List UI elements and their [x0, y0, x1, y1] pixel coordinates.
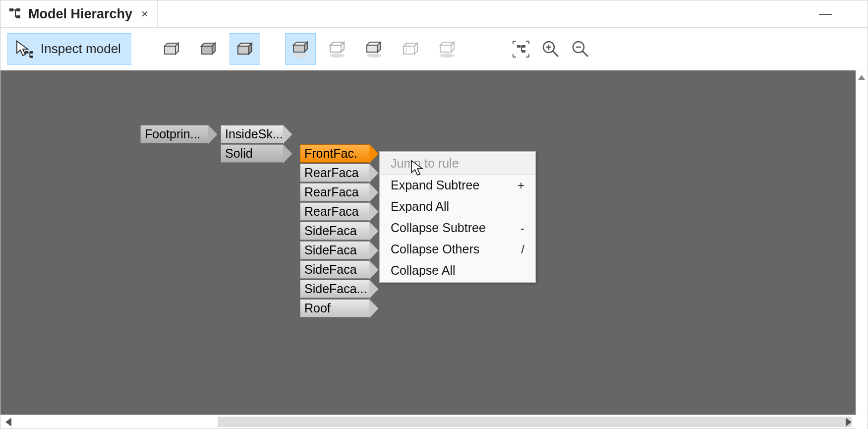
display-mode-5-button[interactable]	[432, 33, 463, 65]
view-mode-1-button[interactable]	[156, 33, 187, 65]
box-edges-icon	[198, 39, 218, 59]
frame-icon	[511, 39, 531, 59]
display-mode-2-button[interactable]	[322, 33, 352, 65]
tree-node-selected[interactable]: FrontFac.	[300, 144, 369, 163]
inspect-cursor-icon	[15, 39, 35, 59]
node-label: SideFaca	[304, 262, 357, 277]
node-label: FrontFac.	[304, 146, 357, 161]
tree-node[interactable]: SideFaca	[300, 222, 369, 240]
hierarchy-canvas[interactable]: Footprin... InsideSk... Solid FrontFac. …	[0, 70, 856, 415]
svg-rect-11	[517, 45, 521, 48]
tree-node[interactable]: Solid	[221, 144, 283, 163]
box-ghost-icon	[401, 39, 420, 59]
title-bar: Model Hierarchy ×	[0, 0, 868, 28]
zoom-in-icon	[541, 39, 561, 59]
horizontal-scrollbar[interactable]	[0, 415, 868, 429]
node-label: RearFaca	[304, 185, 359, 199]
tab-close-button[interactable]: ×	[141, 7, 148, 21]
node-label: Roof	[304, 301, 331, 315]
svg-point-7	[293, 54, 308, 58]
hierarchy-canvas-area: Footprin... InsideSk... Solid FrontFac. …	[0, 70, 868, 415]
vertical-scrollbar[interactable]	[856, 70, 868, 415]
window-minimize-button[interactable]	[817, 6, 834, 23]
context-menu-item-expand-all[interactable]: Expand All	[380, 196, 535, 217]
ctx-label: Collapse All	[391, 263, 456, 278]
tree-node[interactable]: Footprin...	[140, 125, 208, 143]
node-label: SideFaca...	[304, 282, 367, 296]
frame-selection-button[interactable]	[509, 33, 533, 65]
node-label: InsideSk...	[225, 127, 283, 141]
svg-rect-12	[522, 45, 525, 48]
ctx-shortcut: +	[518, 179, 524, 192]
box-shadow-3-icon	[364, 39, 384, 59]
tree-node[interactable]: SideFaca	[300, 260, 369, 279]
svg-point-8	[330, 54, 345, 58]
box-solid-icon	[235, 39, 255, 59]
box-shadow-2-icon	[327, 39, 347, 59]
node-label: RearFaca	[304, 166, 359, 180]
inspect-model-button[interactable]: Inspect model	[7, 33, 131, 65]
svg-rect-1	[16, 8, 20, 11]
svg-rect-6	[30, 56, 33, 58]
scrollbar-thumb[interactable]	[218, 417, 852, 427]
ctx-shortcut: -	[521, 221, 524, 235]
node-label: Solid	[225, 146, 253, 161]
svg-point-10	[440, 54, 455, 58]
svg-rect-5	[30, 51, 33, 54]
tree-node[interactable]: RearFaca	[300, 183, 369, 201]
svg-rect-0	[9, 8, 13, 11]
toolbar: Inspect model	[0, 28, 868, 70]
ctx-label: Collapse Subtree	[391, 221, 486, 235]
box-shadow-ghost-icon	[437, 39, 457, 59]
ctx-shortcut: /	[521, 243, 524, 256]
window-maximize-button[interactable]	[848, 6, 865, 23]
context-menu-item-collapse-others[interactable]: Collapse Others /	[380, 239, 535, 260]
tree-node[interactable]: Roof	[300, 299, 369, 317]
zoom-in-button[interactable]	[539, 33, 563, 65]
hierarchy-icon	[9, 8, 23, 19]
context-menu: Jump to rule Expand Subtree + Expand All…	[379, 151, 536, 283]
svg-rect-2	[16, 15, 20, 18]
inspect-label: Inspect model	[41, 41, 121, 57]
mouse-cursor-icon	[410, 160, 423, 177]
scroll-up-icon[interactable]	[856, 71, 868, 83]
node-label: Footprin...	[145, 127, 201, 141]
svg-rect-13	[522, 50, 525, 53]
scroll-right-button[interactable]	[842, 415, 856, 429]
tree-node[interactable]: InsideSk...	[221, 125, 283, 143]
view-mode-3-button[interactable]	[230, 33, 260, 65]
tree-node[interactable]: SideFaca...	[300, 280, 369, 298]
tree-node[interactable]: RearFaca	[300, 164, 369, 182]
svg-rect-4	[25, 51, 28, 54]
context-menu-item-expand-subtree[interactable]: Expand Subtree +	[380, 175, 535, 196]
tree-node[interactable]: SideFaca	[300, 241, 369, 259]
zoom-out-button[interactable]	[569, 33, 592, 65]
zoom-out-icon	[571, 39, 590, 59]
ctx-label: Expand Subtree	[391, 178, 479, 192]
ctx-label: Expand All	[391, 199, 449, 214]
context-menu-item-jump-to-rule: Jump to rule	[380, 153, 535, 175]
node-label: RearFaca	[304, 204, 359, 219]
ctx-label: Jump to rule	[391, 156, 459, 171]
display-mode-3-button[interactable]	[358, 33, 389, 65]
svg-point-9	[366, 54, 381, 58]
scroll-left-button[interactable]	[1, 415, 15, 429]
scrollbar-corner	[856, 415, 868, 429]
view-mode-2-button[interactable]	[193, 33, 224, 65]
tree-node[interactable]: RearFaca	[300, 202, 369, 221]
context-menu-item-collapse-subtree[interactable]: Collapse Subtree -	[380, 217, 535, 239]
window-controls	[817, 0, 865, 28]
node-label: SideFaca	[304, 224, 357, 238]
model-hierarchy-window: Model Hierarchy × Inspect	[0, 0, 868, 429]
svg-rect-3	[819, 14, 832, 15]
panel-tab[interactable]: Model Hierarchy ×	[0, 0, 158, 27]
display-mode-1-button[interactable]	[285, 33, 316, 65]
box-shadow-1-icon	[290, 39, 310, 59]
node-label: SideFaca	[304, 243, 357, 257]
display-mode-4-button[interactable]	[395, 33, 426, 65]
context-menu-item-collapse-all[interactable]: Collapse All	[380, 260, 535, 281]
ctx-label: Collapse Others	[391, 242, 479, 256]
box-wire-icon	[162, 39, 181, 59]
tab-title: Model Hierarchy	[28, 6, 132, 22]
